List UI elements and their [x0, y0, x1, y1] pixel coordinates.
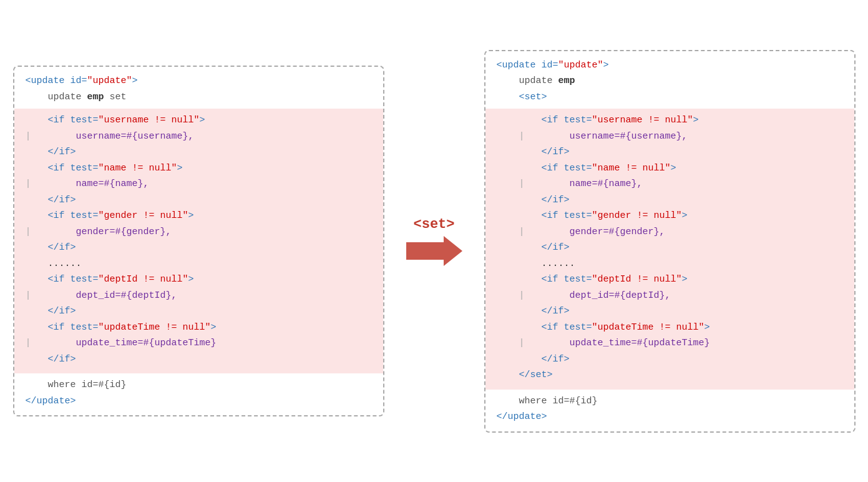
arrow-area: <set>: [384, 217, 484, 266]
left-header: <update id="update"> update emp set: [14, 67, 383, 109]
main-container: <update id="update"> update emp set <if …: [13, 50, 856, 433]
left-body-line-14: <if test="updateTime != null">: [26, 320, 372, 336]
right-body-line-11: <if test="deptId != null">: [497, 272, 843, 288]
left-body-line-9: </if>: [26, 240, 372, 256]
left-body-line-2: |username=#{username},: [26, 129, 372, 145]
right-body-line-3: </if>: [497, 144, 843, 160]
left-footer-line-1: where id=#{id}: [26, 377, 372, 393]
right-body-line-15: |update_time=#{updateTime}: [497, 335, 843, 352]
left-footer-line-2: </update>: [26, 393, 372, 410]
right-body-line-10: ......: [497, 256, 843, 272]
left-header-line-1: <update id="update">: [26, 73, 372, 89]
left-body-line-8: |gender=#{gender},: [26, 224, 372, 240]
left-body-line-3: </if>: [26, 144, 372, 160]
right-body-line-17: </set>: [497, 367, 843, 383]
right-body-line-7: <if test="gender != null">: [497, 208, 843, 224]
right-body-line-6: </if>: [497, 192, 843, 209]
right-header: <update id="update"> update emp <set>: [485, 51, 854, 109]
right-body-line-8: |gender=#{gender},: [497, 224, 843, 240]
left-body-line-16: </if>: [26, 352, 372, 368]
right-footer-line-1: where id=#{id}: [497, 393, 843, 410]
left-body-line-4: <if test="name != null">: [26, 160, 372, 177]
arrow-icon: [406, 236, 462, 266]
right-header-line-3: <set>: [497, 89, 843, 106]
left-body-line-7: <if test="gender != null">: [26, 208, 372, 224]
right-body-line-5: |name=#{name},: [497, 176, 843, 192]
right-body-line-12: |dept_id=#{deptId},: [497, 288, 843, 304]
right-body-line-1: <if test="username != null">: [497, 112, 843, 129]
right-footer: where id=#{id} </update>: [485, 390, 854, 431]
svg-marker-0: [406, 236, 462, 266]
right-body-line-14: <if test="updateTime != null">: [497, 320, 843, 336]
right-body: <if test="username != null"> |username=#…: [485, 109, 854, 390]
left-body-line-12: |dept_id=#{deptId},: [26, 288, 372, 304]
left-panel: <update id="update"> update emp set <if …: [13, 66, 384, 416]
left-body-line-10: ......: [26, 256, 372, 272]
left-body-line-6: </if>: [26, 192, 372, 209]
right-body-line-2: |username=#{username},: [497, 129, 843, 145]
left-body-line-1: <if test="username != null">: [26, 112, 372, 129]
right-panel: <update id="update"> update emp <set> <i…: [484, 50, 856, 433]
left-body: <if test="username != null"> |username=#…: [14, 109, 383, 373]
right-header-line-2: update emp: [497, 73, 843, 89]
right-body-line-4: <if test="name != null">: [497, 160, 843, 177]
left-footer: where id=#{id} </update>: [14, 373, 383, 415]
right-footer-line-2: </update>: [497, 409, 843, 425]
right-header-line-1: <update id="update">: [497, 57, 843, 74]
left-header-line-2: update emp set: [26, 89, 372, 106]
arrow-label: <set>: [413, 217, 454, 232]
left-body-line-15: |update_time=#{updateTime}: [26, 335, 372, 352]
left-body-line-13: </if>: [26, 303, 372, 320]
left-body-line-5: |name=#{name},: [26, 176, 372, 192]
right-body-line-13: </if>: [497, 303, 843, 320]
right-body-line-16: </if>: [497, 352, 843, 368]
left-body-line-11: <if test="deptId != null">: [26, 272, 372, 288]
right-body-line-9: </if>: [497, 240, 843, 256]
